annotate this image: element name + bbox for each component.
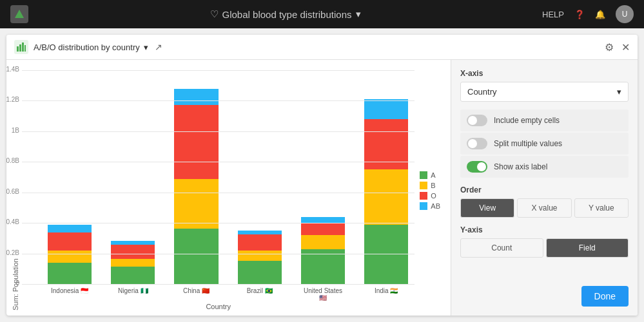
include-empty-label: Include empty cells — [494, 116, 560, 125]
gridline-2: 1.2B — [22, 100, 415, 101]
include-empty-toggle-row: Include empty cells — [460, 109, 629, 131]
panel-header: A/B/O distribution by country ▾ ↗ ⚙ ✕ — [6, 35, 638, 60]
x-axis-label-item: Brazil 🇧🇷 — [238, 287, 282, 301]
main-content: A/B/O distribution by country ▾ ↗ ⚙ ✕ Su… — [0, 28, 644, 322]
svg-rect-1 — [17, 46, 19, 52]
panel-title-text: A/B/O distribution by country — [34, 43, 140, 52]
order-section-label: Order — [460, 185, 629, 194]
topbar-right: HELP ❓ 🔔 U — [542, 5, 634, 23]
close-icon[interactable]: ✕ — [621, 41, 630, 53]
topbar: ♡ Global blood type distributions ▾ HELP… — [0, 0, 644, 28]
settings-icon[interactable]: ⚙ — [605, 41, 614, 53]
gridline-3: 1B — [22, 131, 415, 132]
export-icon[interactable]: ↗ — [155, 42, 162, 52]
svg-rect-4 — [24, 45, 26, 52]
order-view-button[interactable]: View — [460, 198, 514, 218]
gridline-4: 0.8B — [22, 162, 415, 162]
legend-item: O — [420, 192, 440, 200]
gridline-8: 0 — [22, 284, 415, 285]
legend-color-box — [420, 171, 427, 179]
chart-icon — [14, 40, 28, 54]
legend-item: A — [420, 171, 440, 179]
show-axis-label-toggle[interactable] — [467, 161, 487, 173]
title-chevron-icon: ▾ — [356, 8, 361, 20]
legend-color-box — [420, 182, 427, 189]
split-multiple-toggle-row: Split multiple values — [460, 133, 629, 155]
panel-title-chevron[interactable]: ▾ — [144, 43, 148, 52]
y-axis-section-label: Y-axis — [460, 225, 629, 234]
x-axis-labels: Indonesia 🇮🇩Nigeria 🇳🇬China 🇨🇳Brazil 🇧🇷U… — [22, 287, 415, 301]
x-axis-dropdown-chevron: ▾ — [617, 87, 621, 97]
legend-color-box — [420, 202, 427, 210]
svg-rect-2 — [19, 44, 21, 52]
svg-marker-0 — [15, 10, 24, 18]
panel-body: Sum: Population 1.4B 1.2B 1B 0.8B 0.6B — [6, 60, 638, 316]
x-axis-section-label: X-axis — [460, 69, 629, 78]
legend-label: A — [431, 171, 435, 179]
include-empty-toggle[interactable] — [467, 115, 487, 126]
y-axis-field-button[interactable]: Field — [546, 238, 629, 258]
x-axis-title: Country — [22, 303, 415, 310]
app-logo — [10, 5, 28, 23]
x-axis-label-item: China 🇨🇳 — [174, 287, 218, 301]
chart-panel: A/B/O distribution by country ▾ ↗ ⚙ ✕ Su… — [6, 35, 638, 316]
gridline-6: 0.4B — [22, 223, 415, 223]
help-label[interactable]: HELP — [542, 10, 564, 19]
avatar[interactable]: U — [616, 5, 634, 23]
y-axis-section: Y-axis Count Field — [460, 225, 629, 258]
x-axis-dropdown-value: Country — [467, 87, 497, 97]
legend-label: O — [431, 192, 436, 200]
legend-label: B — [431, 182, 435, 189]
legend-item: B — [420, 182, 440, 189]
done-button[interactable]: Done — [581, 286, 629, 307]
order-xvalue-button[interactable]: X value — [517, 198, 571, 218]
heart-icon: ♡ — [210, 8, 219, 20]
split-multiple-label: Split multiple values — [494, 139, 562, 148]
x-axis-label-item: United States 🇺🇸 — [301, 287, 345, 301]
help-icon[interactable]: ❓ — [574, 10, 585, 19]
show-axis-label-toggle-row: Show axis label — [460, 156, 629, 178]
y-axis-buttons: Count Field — [460, 238, 629, 258]
panel-header-actions: ⚙ ✕ — [605, 41, 630, 53]
legend-label: AB — [431, 202, 440, 210]
legend-item: AB — [420, 202, 440, 210]
notifications-icon[interactable]: 🔔 — [595, 10, 605, 19]
dashboard-title: Global blood type distributions — [222, 9, 352, 20]
x-axis-dropdown[interactable]: Country ▾ — [460, 82, 629, 102]
x-axis-label-item: India 🇮🇳 — [364, 287, 408, 301]
order-section: Order View X value Y value — [460, 185, 629, 218]
gridline-7: 0.2B — [22, 254, 415, 254]
svg-rect-3 — [22, 43, 24, 52]
chart-plot: 1.4B 1.2B 1B 0.8B 0.6B 0.4B 0.2B 0 — [22, 70, 415, 310]
right-panel: X-axis Country ▾ Include empty cells Spl… — [451, 60, 638, 316]
x-axis-label-item: Nigeria 🇳🇬 — [111, 287, 155, 301]
chart-area: Sum: Population 1.4B 1.2B 1B 0.8B 0.6B — [6, 60, 451, 316]
show-axis-label-label: Show axis label — [494, 162, 547, 171]
order-yvalue-button[interactable]: Y value — [574, 198, 629, 218]
y-axis-count-button[interactable]: Count — [460, 238, 543, 258]
chart-grid: 1.4B 1.2B 1B 0.8B 0.6B 0.4B 0.2B 0 — [22, 70, 415, 285]
x-axis-label-item: Indonesia 🇮🇩 — [48, 287, 92, 301]
gridlines: 1.4B 1.2B 1B 0.8B 0.6B 0.4B 0.2B 0 — [22, 70, 415, 285]
split-multiple-toggle[interactable] — [467, 138, 487, 149]
panel-title: A/B/O distribution by country ▾ — [34, 43, 148, 52]
chart-inner: Sum: Population 1.4B 1.2B 1B 0.8B 0.6B — [12, 70, 445, 310]
chart-legend: ABOAB — [420, 158, 445, 223]
gridline-1: 1.4B — [22, 70, 415, 71]
topbar-title: ♡ Global blood type distributions ▾ — [210, 8, 361, 20]
legend-color-box — [420, 192, 427, 200]
gridline-5: 0.6B — [22, 193, 415, 193]
toggle-section: Include empty cells Split multiple value… — [460, 109, 629, 178]
x-axis-section: X-axis Country ▾ — [460, 69, 629, 102]
order-buttons: View X value Y value — [460, 198, 629, 218]
